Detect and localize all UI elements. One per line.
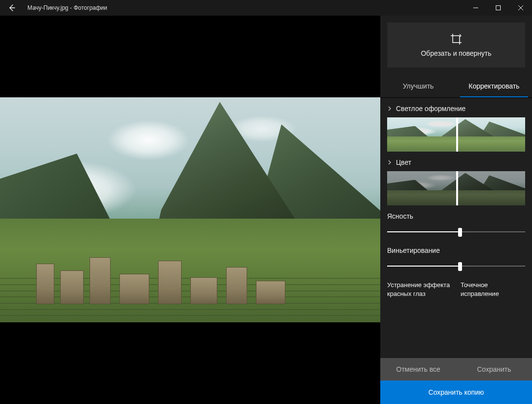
crop-rotate-button[interactable]: Обрезать и повернуть bbox=[387, 22, 525, 67]
tools-row: Устранение эффекта красных глаз Точечное… bbox=[387, 274, 525, 300]
save-button[interactable]: Сохранить bbox=[456, 358, 532, 381]
vignette-slider-thumb[interactable] bbox=[458, 262, 462, 271]
edit-panel: Обрезать и повернуть Улучшить Корректиро… bbox=[380, 16, 532, 404]
vignette-label: Виньетирование bbox=[387, 247, 525, 254]
maximize-icon bbox=[496, 5, 501, 10]
photo-preview bbox=[0, 97, 380, 322]
color-preview-strip[interactable] bbox=[387, 171, 525, 205]
back-button[interactable] bbox=[0, 0, 23, 16]
tab-adjust[interactable]: Корректировать bbox=[456, 74, 532, 97]
bottom-buttons: Отменить все Сохранить bbox=[380, 358, 532, 381]
canvas-area[interactable] bbox=[0, 16, 380, 404]
svg-rect-0 bbox=[496, 6, 501, 10]
undo-all-button[interactable]: Отменить все bbox=[380, 358, 456, 381]
edit-tabs: Улучшить Корректировать bbox=[380, 74, 532, 98]
vignette-slider[interactable] bbox=[387, 261, 525, 271]
light-preview-strip[interactable] bbox=[387, 117, 525, 152]
section-color-label: Цвет bbox=[396, 158, 411, 166]
save-copy-button[interactable]: Сохранить копию bbox=[380, 381, 532, 404]
section-light-label: Светлое оформление bbox=[396, 105, 465, 112]
window-title: Мачу-Пикчу.jpg - Фотографии bbox=[23, 4, 464, 11]
window-controls bbox=[464, 0, 532, 16]
close-icon bbox=[518, 5, 523, 10]
app-body: Обрезать и повернуть Улучшить Корректиро… bbox=[0, 16, 532, 404]
arrow-left-icon bbox=[8, 4, 16, 12]
section-light-header[interactable]: Светлое оформление bbox=[387, 98, 525, 117]
crop-icon bbox=[450, 33, 463, 45]
chevron-right-icon bbox=[387, 106, 392, 111]
clarity-slider-block: Ясность bbox=[387, 205, 525, 240]
clarity-label: Ясность bbox=[387, 212, 525, 220]
vignette-slider-block: Виньетирование bbox=[387, 240, 525, 274]
tab-enhance[interactable]: Улучшить bbox=[380, 74, 456, 97]
panel-scroll[interactable]: Светлое оформление Цвет bbox=[380, 98, 532, 358]
clarity-slider[interactable] bbox=[387, 227, 525, 237]
close-button[interactable] bbox=[509, 0, 532, 16]
crop-rotate-label: Обрезать и повернуть bbox=[421, 49, 491, 57]
minimize-icon bbox=[473, 5, 478, 10]
maximize-button[interactable] bbox=[487, 0, 509, 16]
light-strip-marker[interactable] bbox=[456, 117, 458, 152]
spot-fix-tool[interactable]: Точечное исправление bbox=[461, 281, 525, 298]
section-color-header[interactable]: Цвет bbox=[387, 152, 525, 171]
red-eye-tool[interactable]: Устранение эффекта красных глаз bbox=[387, 281, 452, 298]
chevron-right-icon bbox=[387, 160, 392, 165]
app-window: Мачу-Пикчу.jpg - Фотографии bbox=[0, 0, 532, 404]
minimize-button[interactable] bbox=[464, 0, 487, 16]
color-strip-marker[interactable] bbox=[456, 171, 458, 205]
clarity-slider-thumb[interactable] bbox=[458, 228, 462, 237]
titlebar: Мачу-Пикчу.jpg - Фотографии bbox=[0, 0, 532, 16]
